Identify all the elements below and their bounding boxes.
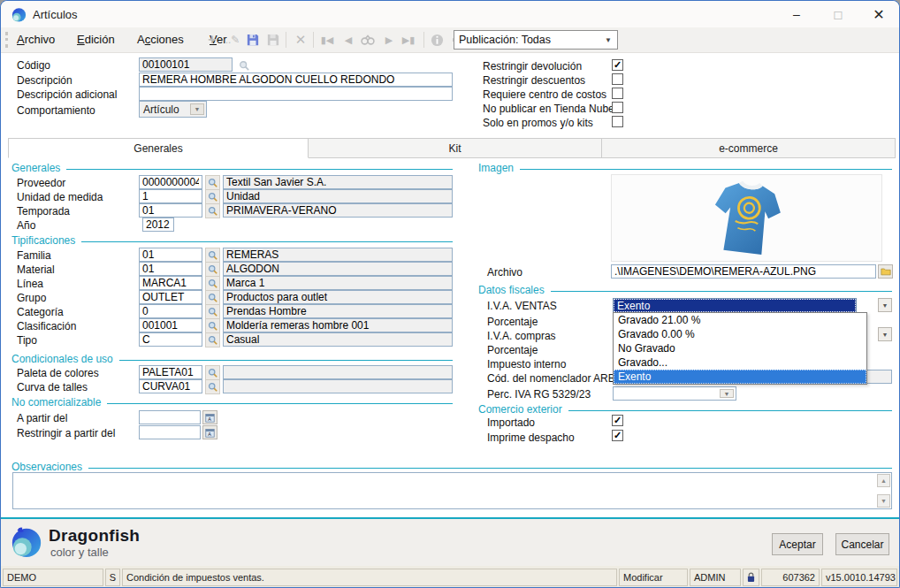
familia-code-input[interactable] (139, 248, 202, 262)
perc-iva-combo[interactable]: ▼ (613, 386, 736, 401)
search-icon (208, 192, 217, 202)
tipo-label: Tipo (17, 334, 37, 347)
codigo-input[interactable] (139, 57, 233, 72)
a-partir-del-calendar-button[interactable]: A (202, 410, 217, 424)
save-button[interactable] (243, 30, 263, 50)
next-record-icon: ▶ (385, 34, 393, 46)
add-button[interactable]: + (202, 30, 222, 50)
scroll-up-button[interactable]: ▲ (877, 474, 890, 487)
temporada-desc-field (223, 203, 453, 218)
temporada-lookup-button[interactable] (205, 203, 220, 218)
clasificacion-label: Clasificación (17, 320, 76, 332)
iva-ventas-dropdown-button[interactable]: ▼ (878, 298, 892, 312)
maximize-button[interactable]: ◻ (823, 4, 853, 25)
close-icon: ✕ (873, 6, 884, 23)
save-all-button[interactable] (263, 30, 283, 50)
search-icon (208, 335, 217, 345)
publication-filter-combo[interactable]: Publicación: Todas ▼ (454, 30, 618, 50)
search-icon (208, 279, 217, 288)
requiere-centro-costos-checkbox[interactable] (612, 88, 623, 99)
dropdown-option[interactable]: Gravado 0.00 % (614, 327, 866, 341)
categoria-label: Categoría (17, 306, 64, 318)
close-button[interactable]: ✕ (864, 4, 894, 25)
curva-talles-desc-field (223, 379, 453, 393)
restringir-a-partir-del-calendar-button[interactable]: A (202, 425, 217, 439)
unidad-medida-code-input[interactable] (139, 189, 202, 203)
search-icon (208, 178, 217, 187)
curva-talles-lookup-button[interactable] (205, 379, 220, 394)
delete-button[interactable]: ✕ (291, 30, 310, 50)
no-publicar-tienda-nube-label: No publicar en Tienda Nube (483, 103, 614, 115)
first-record-button[interactable]: ▮◀ (317, 30, 337, 50)
curva-talles-code-input[interactable] (139, 379, 202, 393)
tab-ecommerce[interactable]: e-commerce (601, 138, 896, 158)
iva-ventas-label: I.V.A. VENTAS (487, 300, 557, 312)
first-record-icon: ▮◀ (321, 34, 334, 46)
no-publicar-tienda-nube-checkbox[interactable] (612, 102, 623, 113)
unidad-medida-desc-field (223, 189, 453, 203)
minimize-button[interactable]: – (782, 4, 812, 25)
a-partir-del-input[interactable] (139, 410, 201, 424)
dropdown-option[interactable]: No Gravado (614, 341, 866, 355)
observaciones-textarea[interactable]: ▲ ▼ (12, 472, 892, 509)
temporada-code-input[interactable] (139, 203, 202, 218)
prev-record-button[interactable]: ◀ (339, 30, 358, 50)
dropdown-option-selected[interactable]: Exento (614, 370, 866, 384)
imprime-despacho-checkbox[interactable] (612, 430, 623, 441)
last-record-button[interactable]: ▶▮ (399, 30, 418, 50)
cancel-button[interactable]: Cancelar (835, 533, 889, 555)
categoria-lookup-button[interactable] (205, 304, 220, 319)
next-record-button[interactable]: ▶ (379, 30, 399, 50)
proveedor-lookup-button[interactable] (205, 175, 220, 190)
familia-desc-field (223, 248, 453, 262)
iva-compras-dropdown-button[interactable]: ▼ (878, 327, 892, 341)
descripcion-input[interactable] (139, 73, 453, 87)
paleta-colores-code-input[interactable] (139, 365, 202, 379)
iva-ventas-value: Exento (617, 300, 650, 312)
comportamiento-combo[interactable]: Artículo ▼ (139, 101, 207, 118)
dropdown-option[interactable]: Gravado 21.00 % (614, 313, 866, 327)
linea-code-input[interactable] (139, 276, 202, 290)
linea-lookup-button[interactable] (205, 276, 220, 291)
solo-promos-kits-checkbox[interactable] (612, 116, 623, 127)
edit-button[interactable]: ..✎ (223, 30, 242, 50)
find-button[interactable] (358, 30, 378, 50)
accept-button[interactable]: Aceptar (772, 533, 823, 555)
menu-acciones[interactable]: Acciones (137, 33, 184, 46)
restringir-a-partir-del-input[interactable] (139, 425, 201, 439)
section-condicionales: Condicionales de uso (11, 353, 453, 365)
unidad-medida-lookup-button[interactable] (205, 189, 220, 204)
tab-generales[interactable]: Generales (8, 138, 309, 158)
material-lookup-button[interactable] (205, 262, 220, 277)
tipo-code-input[interactable] (139, 332, 202, 347)
archivo-browse-button[interactable] (878, 264, 893, 279)
menu-edicion[interactable]: Edición (77, 33, 115, 46)
categoria-code-input[interactable] (139, 304, 202, 318)
archivo-input[interactable] (611, 264, 876, 279)
toolbar-grip[interactable] (5, 32, 11, 48)
info-button[interactable] (427, 30, 446, 50)
clasificacion-code-input[interactable] (139, 318, 202, 332)
iva-ventas-combo[interactable]: Exento (613, 298, 857, 313)
restringir-devolucion-checkbox[interactable] (612, 59, 623, 71)
material-code-input[interactable] (139, 262, 202, 276)
clasificacion-lookup-button[interactable] (205, 318, 220, 333)
arrow-up-icon: ▲ (881, 477, 887, 484)
descripcion-adicional-input[interactable] (139, 87, 453, 101)
tab-kit[interactable]: Kit (308, 138, 602, 158)
codigo-search-icon[interactable] (236, 57, 251, 73)
grupo-lookup-button[interactable] (205, 290, 220, 305)
svg-text:A: A (208, 431, 211, 436)
anio-input[interactable] (142, 218, 174, 232)
product-image-box (611, 174, 882, 262)
menu-archivo[interactable]: Archivo (17, 33, 55, 46)
familia-lookup-button[interactable] (205, 248, 220, 263)
scroll-down-button[interactable]: ▼ (877, 494, 890, 508)
proveedor-code-input[interactable] (139, 175, 202, 189)
importado-checkbox[interactable] (612, 415, 623, 426)
dropdown-option[interactable]: Gravado... (614, 355, 866, 370)
grupo-code-input[interactable] (139, 290, 202, 304)
restringir-descuentos-checkbox[interactable] (612, 73, 623, 85)
paleta-colores-lookup-button[interactable] (205, 365, 220, 380)
tipo-lookup-button[interactable] (205, 332, 220, 347)
